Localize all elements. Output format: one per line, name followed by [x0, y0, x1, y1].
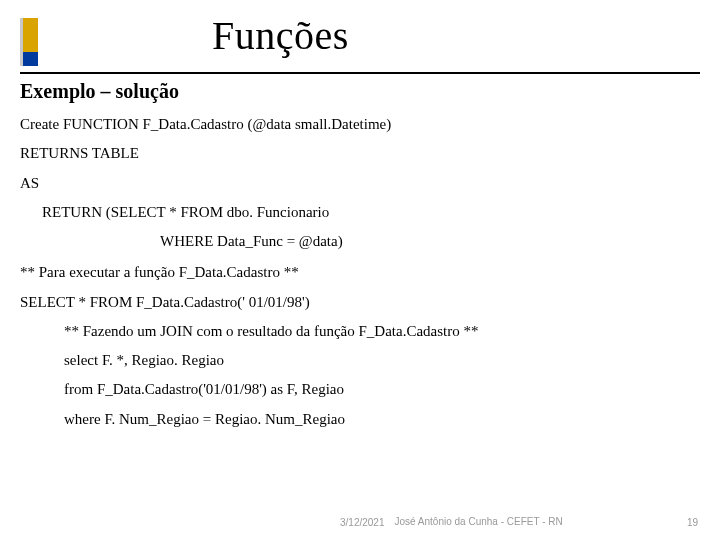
logo-bar-blue — [20, 52, 38, 66]
title-divider — [20, 72, 700, 74]
slide-footer: 3/12/2021 José Antônio da Cunha - CEFET … — [0, 516, 720, 528]
footer-pagenum: 19 — [687, 517, 698, 528]
code-line: RETURN (SELECT * FROM dbo. Funcionario — [42, 201, 700, 224]
code-comment: ** Para executar a função F_Data.Cadastr… — [20, 261, 700, 284]
join-block: ** Fazendo um JOIN com o resultado da fu… — [64, 320, 700, 431]
code-comment: ** Fazendo um JOIN com o resultado da fu… — [64, 320, 700, 343]
code-line: select F. *, Regiao. Regiao — [64, 349, 700, 372]
code-line: Create FUNCTION F_Data.Cadastro (@data s… — [20, 113, 700, 136]
slide-subtitle: Exemplo – solução — [20, 80, 720, 103]
slide-logo — [20, 18, 44, 70]
slide-title: Funções — [212, 12, 349, 59]
footer-author: José Antônio da Cunha - CEFET - RN — [395, 516, 595, 528]
logo-bar-gold — [20, 18, 38, 52]
code-line: RETURNS TABLE — [20, 142, 700, 165]
slide-content: Create FUNCTION F_Data.Cadastro (@data s… — [20, 113, 700, 431]
footer-date: 3/12/2021 — [340, 517, 385, 528]
code-line: WHERE Data_Func = @data) — [160, 230, 700, 253]
code-line: from F_Data.Cadastro('01/01/98') as F, R… — [64, 378, 700, 401]
title-row: Funções — [0, 0, 720, 70]
code-line: AS — [20, 172, 700, 195]
code-line: where F. Num_Regiao = Regiao. Num_Regiao — [64, 408, 700, 431]
code-line: SELECT * FROM F_Data.Cadastro(' 01/01/98… — [20, 291, 700, 314]
